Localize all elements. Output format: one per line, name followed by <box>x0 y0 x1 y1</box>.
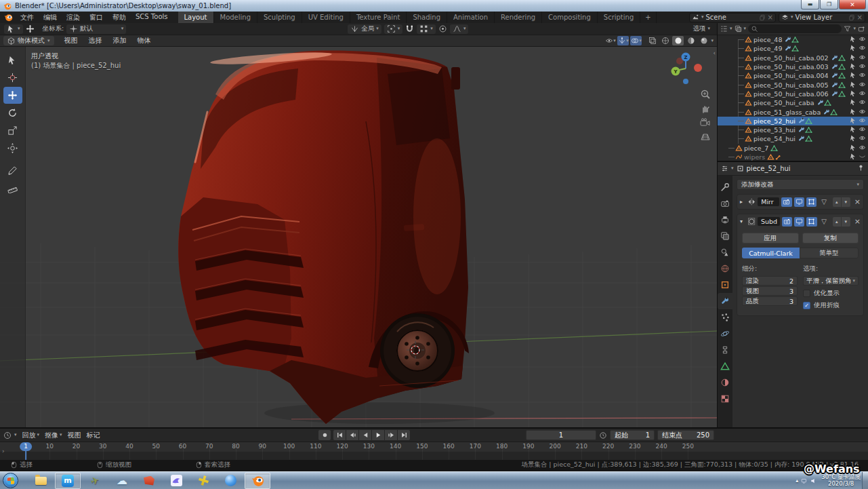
blender-logo-icon[interactable] <box>4 13 13 22</box>
axis-neg-z-ball[interactable] <box>683 79 688 84</box>
selectable-icon[interactable] <box>849 134 856 143</box>
properties-tab-material[interactable] <box>718 374 732 391</box>
uv-smooth-dropdown[interactable]: 平滑，保留拐角▾ <box>803 276 859 286</box>
eye-open-icon[interactable] <box>859 90 866 98</box>
falloff-dropdown[interactable]: ▾ <box>450 24 469 34</box>
modifier-move-up-button[interactable]: ▴ <box>833 217 842 227</box>
mode-dropdown[interactable]: 物体模式▾ <box>3 36 54 45</box>
tool-annotate[interactable] <box>3 162 22 179</box>
object-visibility-dropdown[interactable]: ▾ <box>604 36 616 45</box>
menu-编辑[interactable]: 编辑 <box>39 13 62 22</box>
axis-x-ball[interactable] <box>694 64 702 72</box>
taskbar-app-red-app[interactable] <box>136 473 162 489</box>
subdiv-视图-field[interactable]: 视图3 <box>742 286 798 296</box>
selectable-icon[interactable] <box>849 90 856 98</box>
selectable-icon[interactable] <box>849 153 856 161</box>
selectable-icon[interactable] <box>849 144 856 153</box>
outliner-item-piece_50_hui_caba.006[interactable]: piece_50_hui_caba.006 <box>718 90 868 98</box>
maximize-button[interactable]: ❐ <box>820 0 838 9</box>
eye-open-icon[interactable] <box>859 54 866 62</box>
unlink-scene-icon[interactable]: × <box>768 14 773 21</box>
proportional-editing-icon[interactable] <box>438 24 447 33</box>
timeline-expand-icon[interactable]: › <box>2 448 5 454</box>
workspace-tab-texture-paint[interactable]: Texture Paint <box>350 12 407 23</box>
selectable-icon[interactable] <box>849 81 856 90</box>
overlays-toggle[interactable]: ▾ <box>630 36 642 45</box>
3d-viewport[interactable]: 用户透视 (1) 场景集合 | piece_52_hui Z Y <box>0 47 717 427</box>
jump-to-end-button[interactable] <box>398 430 410 440</box>
frame-start-field[interactable]: 起始1 <box>610 430 655 440</box>
optimal-display-row[interactable]: 优化显示 <box>803 289 859 298</box>
workspace-tab-shading[interactable]: Shading <box>407 12 447 23</box>
viewport-menu-选择[interactable]: 选择 <box>84 36 107 45</box>
eye-open-icon[interactable] <box>859 81 866 90</box>
use-creases-checkbox[interactable]: ✓ <box>803 302 810 309</box>
selectable-icon[interactable] <box>849 98 856 107</box>
show-desktop-button[interactable] <box>862 472 868 489</box>
outliner-item-piece_7[interactable]: piece_7 <box>718 144 868 153</box>
viewport-menu-添加[interactable]: 添加 <box>108 36 131 45</box>
xray-toggle[interactable] <box>646 36 658 45</box>
eye-open-icon[interactable] <box>859 134 866 143</box>
timeline-menu-抠像[interactable]: 抠像▾ <box>42 431 65 440</box>
workspace-tab-+[interactable]: + <box>640 12 656 23</box>
outliner-item-piece_50_hui_caba.002[interactable]: piece_50_hui_caba.002 <box>718 54 868 62</box>
eye-open-icon[interactable] <box>859 125 866 134</box>
jump-to-start-button[interactable] <box>333 430 346 440</box>
menu-窗口[interactable]: 窗口 <box>85 13 108 22</box>
frame-end-field[interactable]: 结束点250 <box>657 430 714 440</box>
tool-transform[interactable] <box>3 140 22 157</box>
properties-tab-object[interactable] <box>718 277 732 293</box>
workspace-tab-uv-editing[interactable]: UV Editing <box>302 12 350 23</box>
properties-tab-tool[interactable] <box>718 179 732 195</box>
pivot-point-dropdown[interactable]: ▾ <box>384 24 403 34</box>
gizmos-toggle[interactable]: ▾ <box>617 36 629 45</box>
selectable-icon[interactable] <box>849 108 856 117</box>
outliner-item-piece_50_hui_caba.004[interactable]: piece_50_hui_caba.004 <box>718 71 868 80</box>
modifier-delete-button[interactable]: × <box>854 197 861 206</box>
timeline-menu-回放[interactable]: 回放▾ <box>20 431 43 440</box>
taskbar-app-cloud[interactable]: ☁ <box>109 473 135 489</box>
workspace-tab-compositing[interactable]: Compositing <box>542 12 598 23</box>
taskbar-app-qq[interactable] <box>218 473 243 489</box>
outliner-item-piece_52_hui[interactable]: piece_52_hui <box>718 117 868 125</box>
eye-open-icon[interactable] <box>859 62 866 71</box>
selectable-icon[interactable] <box>849 117 856 125</box>
taskbar-app-plane[interactable]: ✈ <box>82 473 108 489</box>
modifier-name-field[interactable]: Mirr <box>758 197 779 206</box>
modifier-header-Subd[interactable]: ▾ Subd ▽ ▴▾ × <box>737 214 863 229</box>
taskbar-app-bird[interactable] <box>163 473 189 489</box>
workspace-tab-modeling[interactable]: Modeling <box>214 12 258 23</box>
3d-scene[interactable] <box>0 47 717 427</box>
modifier-move-down-button[interactable]: ▾ <box>842 217 850 227</box>
taskbar-app-measure-tool[interactable] <box>190 473 216 489</box>
active-tool-button[interactable]: ▾ <box>4 24 23 34</box>
viewport-menu-物体[interactable]: 物体 <box>133 36 156 45</box>
prev-keyframe-button[interactable] <box>346 430 358 440</box>
modifier-oncage-toggle[interactable]: ▽ <box>819 197 829 207</box>
tool-select-box[interactable] <box>3 52 22 69</box>
modifier-move-down-button[interactable]: ▾ <box>842 197 850 207</box>
selectable-icon[interactable] <box>849 44 856 53</box>
modifier-realtime-toggle[interactable] <box>794 217 804 227</box>
outliner-item-piece_49[interactable]: piece_49 <box>718 44 868 53</box>
selectable-icon[interactable] <box>849 35 856 44</box>
subdiv-品质-field[interactable]: 品质3 <box>742 296 798 306</box>
tray-expand-icon[interactable]: ▴ <box>795 477 798 484</box>
view-layer-selector[interactable]: ▾View Layer × <box>779 13 865 22</box>
new-collection-icon[interactable] <box>858 25 865 33</box>
properties-tab-physics[interactable] <box>718 326 732 342</box>
viewport-menu-视图[interactable]: 视图 <box>60 36 83 45</box>
eye-open-icon[interactable] <box>859 71 866 80</box>
use-preview-range-icon[interactable] <box>599 431 607 439</box>
eye-open-icon[interactable] <box>859 144 866 153</box>
properties-tab-world[interactable] <box>718 260 732 277</box>
move-gizmo-icon[interactable] <box>26 24 35 33</box>
menu-文件[interactable]: 文件 <box>16 13 39 22</box>
use-creases-row[interactable]: ✓使用折痕 <box>803 301 859 310</box>
tool-move[interactable] <box>3 87 22 104</box>
shading-solid-button[interactable] <box>672 36 684 45</box>
duplicate-button[interactable]: 复制 <box>802 233 859 243</box>
snap-with-dropdown[interactable]: ▾ <box>417 24 436 34</box>
modifier-oncage-toggle[interactable]: ▽ <box>819 217 829 227</box>
